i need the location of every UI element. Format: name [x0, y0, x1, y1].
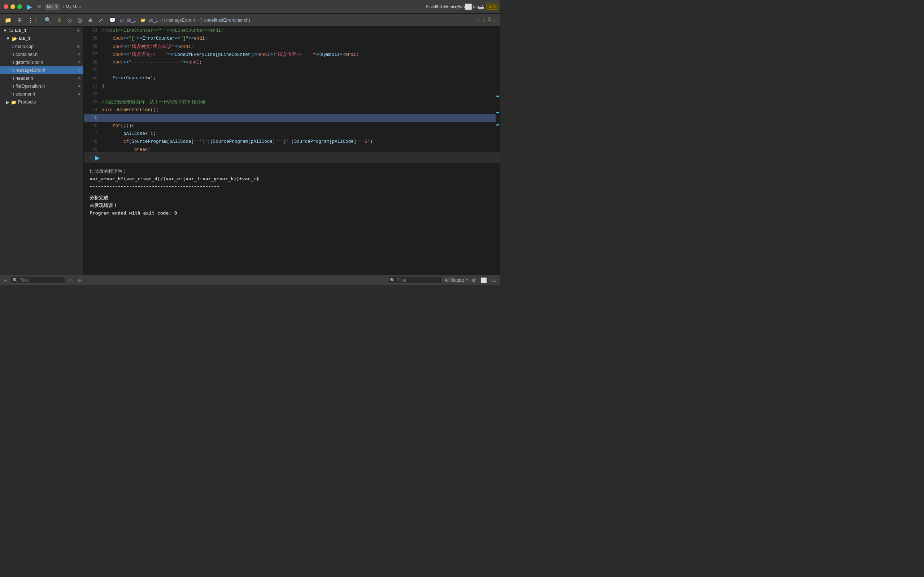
- nav-back-button[interactable]: ‹: [476, 16, 481, 24]
- breadcrumb-folder-icon: 📂: [141, 18, 146, 23]
- close-button[interactable]: [3, 4, 8, 9]
- grid-view-button[interactable]: ⊞: [76, 277, 83, 284]
- sidebar-root-item[interactable]: ▼ 🗂 lab_1 M: [0, 27, 83, 35]
- clear-output-button[interactable]: 🗑: [470, 277, 478, 284]
- scheme-tab[interactable]: lab_1: [45, 4, 60, 10]
- breadcrumb-item-0[interactable]: 🗂: [120, 18, 124, 23]
- code-line-40: 40 ErrorCounter+=1;: [84, 74, 496, 82]
- warning-icon: ⚠: [488, 4, 492, 9]
- sidebar-badge-2: A: [78, 60, 81, 64]
- scroll-marker-blue-2: [496, 112, 499, 113]
- line-num-37: 37: [84, 52, 102, 57]
- split-view-button[interactable]: ⬜: [480, 277, 488, 284]
- nav-forward-button[interactable]: ›: [481, 16, 486, 24]
- line-num-46: 46: [84, 123, 102, 128]
- code-editor[interactable]: 34 //cout<<lineCounter<<" "<<pLineCounte…: [84, 27, 500, 152]
- sidebar-file-0[interactable]: c main.cpp M: [0, 43, 83, 50]
- editor-warning-icon: ⚠: [487, 16, 492, 24]
- warning-count: 2: [493, 5, 496, 9]
- output-line-5: 分析完成: [89, 194, 494, 202]
- debug-button[interactable]: ⊕: [86, 16, 95, 24]
- breadcrumb-label-1[interactable]: lab_1: [147, 18, 158, 23]
- sidebar-file-5[interactable]: h fileOperation.h A: [0, 82, 83, 90]
- sidebar-triangle-icon: ▼: [3, 28, 7, 33]
- code-line-38: 38 cout<<"------------------"<<endl;: [84, 58, 496, 66]
- line-num-43: 43: [84, 100, 102, 105]
- target-label: ›: [63, 4, 66, 10]
- sidebar-file-3[interactable]: h manageError.h A: [0, 66, 83, 74]
- breadcrumb-sep-1: ›: [160, 18, 161, 23]
- warning-nav-button[interactable]: ⚠: [55, 16, 63, 24]
- sidebar-file-6[interactable]: h scanner.h A: [0, 90, 83, 98]
- search-button[interactable]: 🔍: [43, 16, 53, 24]
- sidebar-h-icon-4: h: [11, 76, 14, 81]
- bottom-panel: ≡ ▶ 过滤后的程序为： var_a+var_b*(var_c-var_d)/(…: [84, 152, 500, 275]
- sidebar-file-1[interactable]: h container.h A: [0, 50, 83, 58]
- sidebar-project-item[interactable]: ▼ 📂 lab_1: [0, 35, 83, 43]
- hierarchy-button[interactable]: ⋮⋮: [26, 16, 40, 24]
- sidebar-file-4[interactable]: h header.h A: [0, 74, 83, 82]
- sidebar-project-label: lab_1: [19, 36, 30, 41]
- sidebar-filter-input[interactable]: [19, 278, 63, 283]
- sidebar-filename-2: getInfoFunc.h: [16, 60, 43, 65]
- warning-indicator-button[interactable]: ⚠: [68, 277, 74, 284]
- folder-toggle-button[interactable]: 📁: [3, 16, 13, 24]
- line-num-47: 47: [84, 131, 102, 136]
- code-line-44: 44 void JumpErrorLine(){: [84, 106, 496, 114]
- line-num-42: 42: [84, 92, 102, 97]
- console-toggle-button[interactable]: ≡: [87, 155, 92, 161]
- sidebar-h-icon-1: h: [11, 52, 14, 57]
- line-code-49: break;: [102, 147, 496, 152]
- add-file-button[interactable]: +: [3, 277, 8, 284]
- line-code-38: cout<<"------------------"<<endl;: [102, 60, 496, 65]
- sidebar-products[interactable]: ▶ 📁 Products: [0, 98, 83, 106]
- bottom-toolbar: ≡ ▶: [84, 153, 500, 163]
- code-line-45: 45: [84, 114, 496, 122]
- sidebar-filename-6: scanner.h: [16, 92, 35, 97]
- line-num-48: 48: [84, 139, 102, 144]
- code-line-47: 47 pAllCode+=1;: [84, 130, 496, 138]
- sidebar-filename-5: fileOperation.h: [16, 84, 45, 89]
- line-num-36: 36: [84, 44, 102, 49]
- output-line-3: ----------------------------------------…: [89, 183, 494, 190]
- output-filter-input[interactable]: [397, 278, 440, 283]
- breadcrumb-label-2[interactable]: manageError.h: [166, 18, 195, 23]
- sidebar-h-icon-5: h: [11, 84, 14, 89]
- breadcrumb-label-3[interactable]: undefinedError(char ch): [204, 18, 250, 23]
- bookmark-button[interactable]: ◎: [76, 16, 84, 24]
- line-num-49: 49: [84, 147, 102, 152]
- warning-badge[interactable]: ⚠ 2: [486, 3, 498, 10]
- sidebar-project-triangle: ▼: [6, 36, 10, 41]
- breakpoint-nav-button[interactable]: ◇: [66, 16, 74, 24]
- window-controls: [3, 4, 22, 9]
- line-code-36: cout<<"错误种类:组合错误"<<endl;: [102, 44, 496, 50]
- breadcrumb: 🗂 lab_1 › 📂 lab_1 › h manageError.h › ⟨⟩…: [120, 18, 250, 23]
- sidebar-filename-1: container.h: [16, 52, 37, 57]
- maximize-button[interactable]: [17, 4, 22, 9]
- line-num-38: 38: [84, 60, 102, 65]
- code-line-48: 48 if(SourceProgram[pAllCode]==';'||Sour…: [84, 138, 496, 146]
- status-bar-left: + 🔍 ⚠ ⊞: [3, 277, 83, 284]
- nav-extra-button[interactable]: ›: [492, 16, 497, 24]
- sidebar-file-2[interactable]: h getInfoFunc.h A: [0, 58, 83, 66]
- comment-button[interactable]: 💬: [107, 16, 118, 24]
- chevron-down-icon: ▾: [466, 278, 468, 282]
- code-line-35: 35 cout<<"["<<ErrorCounter<<"]"<<endl;: [84, 35, 496, 43]
- output-layout-button[interactable]: ▭: [490, 277, 497, 284]
- editor-scrollbar[interactable]: [496, 27, 500, 152]
- title-bar: ▶ ■ lab_1 › My Mac Finished running lab_…: [0, 0, 500, 14]
- code-area[interactable]: 34 //cout<<lineCounter<<" "<<pLineCounte…: [84, 27, 496, 152]
- source-nav-button[interactable]: ↗: [97, 16, 105, 24]
- minimize-button[interactable]: [10, 4, 15, 9]
- sidebar-filename-4: header.h: [16, 76, 33, 81]
- line-code-43: //跳过出现错误的行，从下一行的首字符开始分析: [102, 99, 496, 105]
- sidebar-filter-icon: 🔍: [13, 278, 18, 283]
- breadcrumb-sep-0: ›: [137, 18, 139, 23]
- stop-button[interactable]: ■: [36, 2, 43, 11]
- run-button[interactable]: ▶: [26, 2, 34, 11]
- inspector-button[interactable]: ⊞: [16, 16, 24, 24]
- breadcrumb-label-0[interactable]: lab_1: [126, 18, 136, 23]
- sidebar-products-triangle: ▶: [6, 100, 10, 105]
- main-layout: ▼ 🗂 lab_1 M ▼ 📂 lab_1 c main.cpp M h con…: [0, 27, 500, 275]
- sidebar-filter-bar: 🔍: [10, 277, 65, 284]
